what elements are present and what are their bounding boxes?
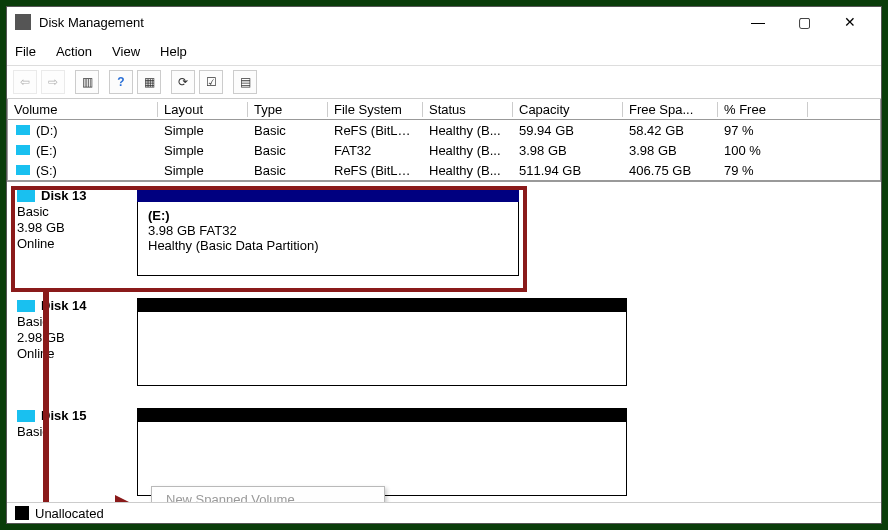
disk-title: Disk 13 [41, 188, 87, 204]
disk-type: Basic [17, 314, 137, 330]
col-percent-free[interactable]: % Free [718, 102, 808, 117]
menu-item: New Spanned Volume... [152, 487, 384, 502]
col-layout[interactable]: Layout [158, 102, 248, 117]
menu-action[interactable]: Action [56, 44, 92, 59]
volume-fs: FAT32 [328, 143, 423, 158]
disk-icon [17, 410, 35, 422]
col-volume[interactable]: Volume [8, 102, 158, 117]
status-text: Unallocated [35, 506, 104, 521]
volume-row[interactable]: (D:)SimpleBasicReFS (BitLoc...Healthy (B… [8, 120, 880, 140]
volume-capacity: 511.94 GB [513, 163, 623, 178]
volume-pfree: 100 % [718, 143, 808, 158]
disk-row[interactable]: Disk 15Basic [17, 408, 871, 498]
partition-label: (E:) [148, 208, 508, 223]
disk-info[interactable]: Disk 14Basic2.98 GBOnline [17, 298, 137, 388]
volume-name: (D:) [36, 123, 58, 138]
disk-row[interactable]: Disk 14Basic2.98 GBOnline [17, 298, 871, 388]
volume-fs: ReFS (BitLoc... [328, 123, 423, 138]
volume-icon [16, 145, 30, 155]
disk-icon [17, 300, 35, 312]
app-icon [15, 14, 31, 30]
volume-layout: Simple [158, 163, 248, 178]
volume-icon [16, 125, 30, 135]
disk-state: Online [17, 346, 137, 362]
volume-type: Basic [248, 143, 328, 158]
volume-row[interactable]: (S:)SimpleBasicReFS (BitLoc...Healthy (B… [8, 160, 880, 180]
partition-container [137, 408, 627, 498]
close-button[interactable]: ✕ [827, 7, 873, 37]
window-controls: — ▢ ✕ [735, 7, 873, 37]
volume-pfree: 79 % [718, 163, 808, 178]
column-headers: Volume Layout Type File System Status Ca… [8, 99, 880, 120]
volume-row[interactable]: (E:)SimpleBasicFAT32Healthy (B...3.98 GB… [8, 140, 880, 160]
volume-capacity: 3.98 GB [513, 143, 623, 158]
rescan-disks-button[interactable]: ⟳ [171, 70, 195, 94]
toolbar: ⇦ ⇨ ▥ ? ▦ ⟳ ☑ ▤ [7, 66, 881, 99]
disk-state: Online [17, 236, 137, 252]
volume-status: Healthy (B... [423, 123, 513, 138]
graphical-view: Disk 13Basic3.98 GBOnline(E:)3.98 GB FAT… [7, 181, 881, 502]
volume-type: Basic [248, 123, 328, 138]
disk-icon [17, 190, 35, 202]
volume-fs: ReFS (BitLoc... [328, 163, 423, 178]
menubar: File Action View Help [7, 37, 881, 66]
partition-color-bar [137, 408, 627, 422]
volume-status: Healthy (B... [423, 163, 513, 178]
menu-help[interactable]: Help [160, 44, 187, 59]
volume-type: Basic [248, 163, 328, 178]
help-button[interactable]: ? [109, 70, 133, 94]
disk-info[interactable]: Disk 15Basic [17, 408, 137, 498]
volume-layout: Simple [158, 123, 248, 138]
volume-free: 58.42 GB [623, 123, 718, 138]
minimize-button[interactable]: — [735, 7, 781, 37]
volume-status: Healthy (B... [423, 143, 513, 158]
status-bar: Unallocated [7, 502, 881, 523]
partition[interactable]: (E:)3.98 GB FAT32Healthy (Basic Data Par… [137, 202, 519, 276]
volume-free: 3.98 GB [623, 143, 718, 158]
partition-color-bar [137, 298, 627, 312]
disk-management-window: Disk Management — ▢ ✕ File Action View H… [6, 6, 882, 524]
partition-color-bar [137, 188, 519, 202]
partition-container: (E:)3.98 GB FAT32Healthy (Basic Data Par… [137, 188, 519, 278]
col-status[interactable]: Status [423, 102, 513, 117]
maximize-button[interactable]: ▢ [781, 7, 827, 37]
disk-size: 2.98 GB [17, 330, 137, 346]
volume-name: (S:) [36, 163, 57, 178]
refresh-button[interactable]: ▦ [137, 70, 161, 94]
annotation-arrowhead [115, 495, 139, 502]
volume-pfree: 97 % [718, 123, 808, 138]
unallocated-legend-icon [15, 506, 29, 520]
col-capacity[interactable]: Capacity [513, 102, 623, 117]
disk-context-menu: New Spanned Volume...New Striped Volume.… [151, 486, 385, 502]
annotation-line-v [43, 288, 49, 502]
view-bottom-button[interactable]: ▤ [233, 70, 257, 94]
disk-type: Basic [17, 424, 137, 440]
disk-type: Basic [17, 204, 137, 220]
window-title: Disk Management [39, 15, 144, 30]
titlebar: Disk Management — ▢ ✕ [7, 7, 881, 37]
disk-row[interactable]: Disk 13Basic3.98 GBOnline(E:)3.98 GB FAT… [17, 188, 871, 278]
menu-file[interactable]: File [15, 44, 36, 59]
volume-free: 406.75 GB [623, 163, 718, 178]
partition[interactable] [137, 312, 627, 386]
volume-capacity: 59.94 GB [513, 123, 623, 138]
partition-line3: Healthy (Basic Data Partition) [148, 238, 508, 253]
volume-list: Volume Layout Type File System Status Ca… [7, 99, 881, 181]
disk-size: 3.98 GB [17, 220, 137, 236]
col-free-space[interactable]: Free Spa... [623, 102, 718, 117]
forward-button[interactable]: ⇨ [41, 70, 65, 94]
volume-icon [16, 165, 30, 175]
back-button[interactable]: ⇦ [13, 70, 37, 94]
partition[interactable] [137, 422, 627, 496]
col-file-system[interactable]: File System [328, 102, 423, 117]
disk-info[interactable]: Disk 13Basic3.98 GBOnline [17, 188, 137, 278]
partition-container [137, 298, 627, 388]
show-hide-console-tree-button[interactable]: ▥ [75, 70, 99, 94]
volume-name: (E:) [36, 143, 57, 158]
view-top-button[interactable]: ☑ [199, 70, 223, 94]
partition-line2: 3.98 GB FAT32 [148, 223, 508, 238]
col-type[interactable]: Type [248, 102, 328, 117]
volume-layout: Simple [158, 143, 248, 158]
menu-view[interactable]: View [112, 44, 140, 59]
